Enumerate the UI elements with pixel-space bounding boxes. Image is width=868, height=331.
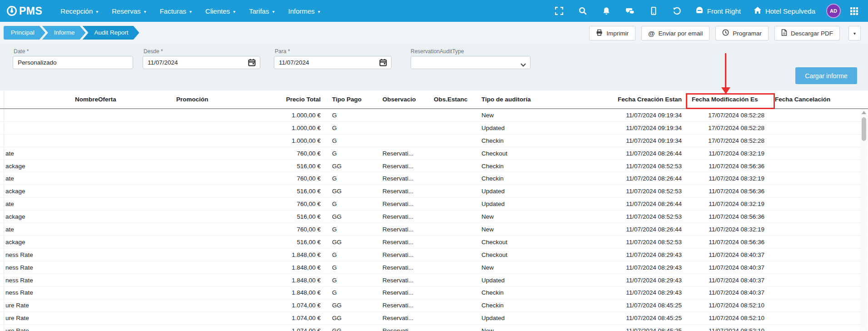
- table-row[interactable]: ness Rate1.848,00 €GReservati...Checkout…: [0, 249, 868, 261]
- col-header-tipo-auditoria[interactable]: Tipo de auditoría: [481, 90, 531, 108]
- menu-informes[interactable]: Informes▾: [283, 4, 326, 19]
- load-report-button[interactable]: Cargar informe: [795, 67, 857, 84]
- col-header-precio-total[interactable]: Precio Total: [248, 90, 321, 108]
- menu-tarifas[interactable]: Tarifas▾: [243, 4, 280, 19]
- col-header-fecha-creacion[interactable]: Fecha Creación Estan: [609, 90, 682, 108]
- col-header-fecha-modificacion[interactable]: Fecha Modificación Es: [692, 90, 770, 108]
- pdf-file-icon: [781, 29, 787, 37]
- breadcrumb-audit-report[interactable]: Audit Report: [83, 26, 139, 40]
- cell-fecha-creacion: 11/07/2024 08:45:25: [609, 312, 682, 324]
- chevron-down-icon: ▾: [318, 9, 320, 14]
- cell-fecha-creacion: 11/07/2024 08:29:43: [609, 274, 682, 286]
- menu-reservas[interactable]: Reservas▾: [106, 4, 151, 19]
- cell-observacio: Reservati...: [382, 172, 428, 185]
- cell-tipo-pago: GG: [332, 299, 368, 311]
- table-row[interactable]: ness Rate1.848,00 €GReservati...Checkin1…: [0, 286, 868, 299]
- chevron-down-icon: ▾: [189, 9, 192, 14]
- breadcrumb-informe[interactable]: Informe: [42, 26, 86, 40]
- cell-auditoria: Checkout: [481, 249, 550, 261]
- table-row[interactable]: ackage516,00 €GGReservati...Checkout11/0…: [0, 236, 868, 249]
- email-button[interactable]: @ Enviar por email: [641, 26, 709, 40]
- table-row[interactable]: 1.000,00 €GUpdated11/07/2024 09:19:3417/…: [0, 122, 868, 135]
- pms-logo[interactable]: PMS: [6, 5, 42, 17]
- calendar-icon[interactable]: [379, 59, 387, 68]
- cell-fecha-modificacion: 11/07/2024 08:40:37: [692, 286, 764, 299]
- history-icon[interactable]: [665, 0, 689, 22]
- apps-grid-icon[interactable]: [845, 0, 863, 22]
- cell-auditoria: Updated: [481, 274, 550, 286]
- user-avatar[interactable]: AD: [826, 4, 841, 18]
- table-row[interactable]: ackage516,00 €GGReservati...New11/07/202…: [0, 211, 868, 223]
- table-row[interactable]: ate760,00 €GReservati...Checkin11/07/202…: [0, 172, 868, 185]
- cell-tipo-pago: GG: [332, 185, 368, 197]
- cell-precio: 516,00 €: [248, 211, 321, 223]
- cell-tipo-pago: G: [332, 286, 368, 299]
- scroll-up-arrow-icon[interactable]: [862, 111, 866, 114]
- cell-precio: 760,00 €: [248, 147, 321, 160]
- cell-fecha-modificacion: 11/07/2024 08:52:10: [692, 325, 764, 331]
- cell-observacio: Reservati...: [382, 299, 428, 311]
- audit-type-select[interactable]: [411, 56, 531, 69]
- cell-fecha-modificacion: 11/07/2024 08:52:10: [692, 299, 764, 311]
- menu-facturas[interactable]: Facturas▾: [154, 4, 197, 19]
- table-row[interactable]: 1.000,00 €GNew11/07/2024 09:19:3417/07/2…: [0, 109, 868, 122]
- table-row[interactable]: ure Rate1.074,00 €GGReservati...New11/07…: [0, 325, 868, 331]
- download-options-button[interactable]: ▾: [848, 26, 861, 40]
- table-row[interactable]: ure Rate1.074,00 €GGReservati...Updated1…: [0, 312, 868, 325]
- cell-fecha-creacion: 11/07/2024 08:26:44: [609, 223, 682, 236]
- col-header-nombreoferta[interactable]: NombreOferta: [75, 90, 116, 108]
- download-pdf-button[interactable]: Descargar PDF: [774, 26, 840, 40]
- desde-date-input[interactable]: 11/07/2024: [143, 56, 260, 69]
- cell-nombre: ackage: [5, 160, 69, 172]
- schedule-button[interactable]: Programar: [715, 26, 769, 40]
- table-row[interactable]: ate760,00 €GReservati...Updated11/07/202…: [0, 198, 868, 211]
- cell-fecha-modificacion: 17/07/2024 08:52:28: [692, 135, 764, 147]
- cell-tipo-pago: G: [332, 109, 368, 121]
- col-header-fecha-cancelacion[interactable]: Fecha Cancelación: [775, 90, 830, 108]
- fullscreen-icon[interactable]: [547, 0, 571, 22]
- cell-fecha-modificacion: 17/07/2024 08:52:28: [692, 109, 764, 121]
- cell-observacio: Reservati...: [382, 198, 428, 210]
- table-row[interactable]: ackage516,00 €GGReservati...Updated11/07…: [0, 185, 868, 198]
- col-header-tipo-pago[interactable]: Tipo Pago: [332, 90, 362, 108]
- menu-recepcion[interactable]: Recepción▾: [55, 4, 104, 19]
- cell-fecha-modificacion: 11/07/2024 08:56:36: [692, 185, 764, 197]
- cell-auditoria: Checkout: [481, 147, 550, 160]
- cell-nombre: ness Rate: [5, 261, 69, 274]
- calendar-icon[interactable]: [248, 59, 256, 68]
- table-row[interactable]: ure Rate1.074,00 €GGReservati...Checkin1…: [0, 299, 868, 312]
- cell-auditoria: Checkout: [481, 236, 550, 248]
- table-row[interactable]: ackage516,00 €GGReservati...Checkin11/07…: [0, 160, 868, 173]
- bell-icon[interactable]: [595, 0, 618, 22]
- search-icon[interactable]: [571, 0, 595, 22]
- scrollbar-thumb[interactable]: [862, 117, 866, 141]
- print-button[interactable]: Imprimir: [589, 26, 635, 40]
- table-row[interactable]: ate760,00 €GReservati...Checkout11/07/20…: [0, 147, 868, 160]
- para-date-input[interactable]: 11/07/2024: [274, 56, 392, 69]
- breadcrumb-principal[interactable]: Principal: [4, 26, 45, 40]
- col-header-promocion[interactable]: Promoción: [176, 90, 208, 108]
- table-row[interactable]: ness Rate1.848,00 €GReservati...Updated1…: [0, 274, 868, 287]
- table-row[interactable]: ness Rate1.848,00 €GReservati...New11/07…: [0, 261, 868, 274]
- cell-observacio: Reservati...: [382, 160, 428, 172]
- col-header-obs-estanc[interactable]: Obs.Estanc: [434, 90, 467, 108]
- cell-fecha-creacion: 11/07/2024 08:52:53: [609, 236, 682, 248]
- menu-clientes[interactable]: Clientes▾: [200, 4, 241, 19]
- tablet-icon[interactable]: [642, 0, 665, 22]
- main-menu: Recepción▾ Reservas▾ Facturas▾ Clientes▾…: [55, 4, 326, 19]
- cell-tipo-pago: GG: [332, 325, 368, 331]
- hotel-name: Hotel Sepulveda: [765, 7, 815, 15]
- cell-fecha-modificacion: 11/07/2024 08:52:10: [692, 312, 764, 324]
- date-select[interactable]: Personalizado: [13, 56, 133, 69]
- breadcrumb-bar: Principal Informe Audit Report Imprimir …: [0, 22, 868, 44]
- vertical-scrollbar[interactable]: [860, 109, 868, 331]
- col-header-observacio[interactable]: Observacio: [382, 90, 416, 108]
- table-row[interactable]: 1.000,00 €GCheckin11/07/2024 09:19:3417/…: [0, 135, 868, 147]
- at-icon: @: [648, 30, 655, 37]
- table-row[interactable]: ate760,00 €GReservati...New11/07/2024 08…: [0, 223, 868, 236]
- chat-icon[interactable]: [618, 0, 642, 22]
- cell-fecha-modificacion: 11/07/2024 08:32:19: [692, 198, 764, 210]
- hotel-selector[interactable]: Hotel Sepulveda: [747, 6, 822, 15]
- cell-precio: 1.074,00 €: [248, 299, 321, 311]
- workstation-selector[interactable]: Front Right: [689, 7, 747, 15]
